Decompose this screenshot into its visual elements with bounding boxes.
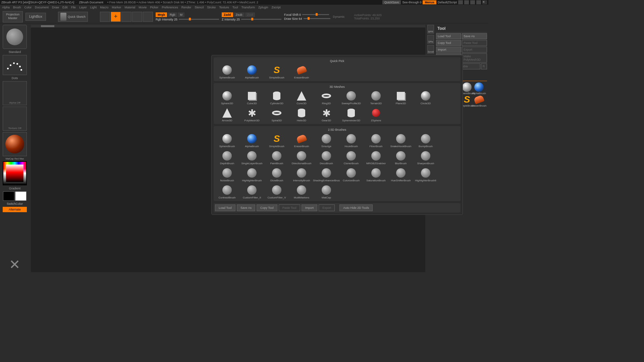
- projection-master-button[interactable]: Projection Master: [3, 11, 23, 22]
- seethrough-slider[interactable]: See-through 0: [402, 1, 421, 4]
- gradient-label[interactable]: Gradient: [9, 187, 21, 190]
- color-picker[interactable]: [3, 161, 27, 185]
- make-polymesh-button[interactable]: Make PolyMesh3D: [462, 53, 487, 63]
- tool-item-hookbrush[interactable]: HookBrush: [339, 132, 363, 148]
- tool-item-arrow3d[interactable]: Arrow3D: [215, 106, 239, 123]
- menu-document[interactable]: Document: [35, 6, 49, 9]
- texture-slot[interactable]: Texture Off: [3, 107, 27, 131]
- mrgb-tag[interactable]: Mrgb: [156, 12, 167, 17]
- close-icon[interactable]: ✕: [482, 0, 487, 4]
- tool-item-blurbrush[interactable]: BlurBrush: [389, 149, 413, 166]
- tool-item-gear3d[interactable]: ✱Gear3D: [314, 106, 338, 123]
- goz-r-button[interactable]: R: [481, 63, 487, 69]
- tool-item-helix3d[interactable]: Helix3D: [289, 106, 314, 123]
- import-button[interactable]: Import: [436, 47, 461, 53]
- tool-item-highlighterbrush[interactable]: HighlighterBrush: [240, 166, 264, 183]
- rgb-intensity-slider[interactable]: Rgb Intensity 25: [156, 18, 219, 21]
- menu-zplugin[interactable]: Zplugin: [258, 6, 268, 9]
- menu-macro[interactable]: Macro: [100, 6, 108, 9]
- popup-export[interactable]: Export: [319, 204, 335, 211]
- draw-size-slider[interactable]: Draw Size 64: [284, 17, 330, 20]
- menu-brush[interactable]: Brush: [13, 6, 21, 9]
- tool-item-fiberbrush[interactable]: FiberBrush: [364, 132, 388, 148]
- rstrip-scroll[interactable]: Scroll: [427, 45, 434, 54]
- popup-copy-tool[interactable]: Copy Tool: [257, 204, 277, 211]
- m-tag[interactable]: M: [178, 12, 184, 17]
- tool-item-spherebrush[interactable]: SphereBrush: [215, 132, 239, 148]
- tool-item-intensitybrush[interactable]: IntensityBrush: [289, 166, 314, 183]
- tool-item-spherebrush[interactable]: SphereBrush: [215, 63, 239, 80]
- scale-button[interactable]: [132, 12, 142, 22]
- layout-icon[interactable]: [470, 0, 475, 4]
- load-tool-button[interactable]: Load Tool: [436, 33, 461, 39]
- rp-tool-eraserbrush[interactable]: EraserBrush: [473, 95, 485, 107]
- tool-item-sphereinder3d[interactable]: Sphereinder3D: [339, 106, 363, 123]
- menu-layer[interactable]: Layer: [79, 6, 87, 9]
- tool-item-cone3d[interactable]: Cone3D: [289, 89, 314, 106]
- popup-paste-tool[interactable]: Paste Tool: [279, 204, 300, 211]
- zcut-tag[interactable]: Zcut: [245, 12, 255, 17]
- menu-zscript[interactable]: Zscript: [272, 6, 281, 9]
- export-button[interactable]: Export: [462, 47, 487, 53]
- menu-alpha[interactable]: Alpha: [2, 6, 10, 9]
- stroke-slot[interactable]: [3, 55, 27, 75]
- menu-movie[interactable]: Movie: [139, 6, 147, 9]
- tool-item-alphabrush[interactable]: AlphaBrush: [240, 63, 264, 80]
- tool-item-ring3d[interactable]: Ring3D: [314, 89, 338, 106]
- tool-item-circle3d[interactable]: Circle3D: [414, 89, 438, 106]
- menu-tool[interactable]: Tool: [232, 6, 238, 9]
- switchcolor-button[interactable]: SwitchColor: [7, 202, 23, 205]
- tool-item-highlighterbrushii[interactable]: HighlighterBrushII: [414, 166, 438, 183]
- lightbox-button[interactable]: LightBox: [25, 13, 46, 21]
- tool-item-sharpenbrush[interactable]: SharpenBrush: [414, 149, 438, 166]
- menu-preferences[interactable]: Preferences: [162, 6, 178, 9]
- restore-icon[interactable]: [476, 0, 481, 4]
- quicksave-button[interactable]: QuickSave: [382, 0, 401, 4]
- save-as-button[interactable]: Save As: [462, 33, 487, 39]
- tool-item-saturationbrush[interactable]: SaturationBrush: [364, 166, 388, 183]
- script-name[interactable]: DefaultZScript: [438, 1, 457, 4]
- tool-item-customfilter_v[interactable]: CustomFilter_V: [265, 183, 289, 200]
- hscroll[interactable]: [31, 25, 425, 27]
- z-intensity-slider[interactable]: Z Intensity 25: [222, 18, 281, 21]
- zsub-tag[interactable]: Zsub: [234, 12, 245, 17]
- tool-item-hueshifterbrush[interactable]: HueShifterBrush: [389, 166, 413, 183]
- rstrip-bpr[interactable]: BPR: [427, 25, 434, 34]
- tool-item-zsphere[interactable]: ZSphere: [364, 106, 388, 123]
- tool-item-customfilter_ii[interactable]: CustomFilter_II: [240, 183, 264, 200]
- tool-item-spiral3d[interactable]: Spiral3D: [265, 106, 289, 123]
- tool-item-terrain3d[interactable]: Terrain3D: [364, 89, 388, 106]
- tool-item-shadingenhancerbrus[interactable]: ShadingEnhancerBrus: [314, 166, 338, 183]
- tool-item-alphabrush[interactable]: AlphaBrush: [240, 132, 264, 148]
- menu-marker[interactable]: Marker: [112, 6, 121, 9]
- tool-item-depthbrush[interactable]: DepthBrush: [215, 149, 239, 166]
- tool-item-polymesh3d[interactable]: ✱PolyMesh3D: [240, 106, 264, 123]
- tool-item-snakehookbrush[interactable]: SnakeHookBrush: [389, 132, 413, 148]
- tool-item-multimarkers[interactable]: MultiMarkers: [289, 183, 314, 200]
- tool-item-smudge[interactable]: Smudge: [314, 132, 338, 148]
- tool-item-directionalbrush[interactable]: DirectionalBrush: [289, 149, 314, 166]
- menu-light[interactable]: Light: [90, 6, 97, 9]
- document-canvas[interactable]: Quick Pick SphereBrushAlphaBrushSSimpleB…: [31, 25, 425, 272]
- copy-tool-button[interactable]: Copy Tool: [436, 40, 461, 46]
- tool-item-clonerbrush[interactable]: ClonerBrush: [339, 149, 363, 166]
- quick-sketch-button[interactable]: Quick Sketch: [58, 12, 88, 22]
- tool-item-simplebrush[interactable]: SSimpleBrush: [265, 132, 289, 148]
- popup-save-as[interactable]: Save As: [237, 204, 255, 211]
- menu-texture[interactable]: Texture: [219, 6, 229, 9]
- tool-item-cylinder3d[interactable]: Cylinder3D: [265, 89, 289, 106]
- minimize-icon[interactable]: [458, 0, 463, 4]
- menu-transform[interactable]: Transform: [241, 6, 255, 9]
- tool-item-sweepprofile3d[interactable]: SweepProfile3D: [339, 89, 363, 106]
- color-swatches[interactable]: [3, 191, 26, 201]
- popup-import[interactable]: Import: [302, 204, 318, 211]
- tool-item-bumpbrush[interactable]: BumpBrush: [414, 132, 438, 148]
- move-button[interactable]: [121, 12, 131, 22]
- menu-file[interactable]: File: [71, 6, 76, 9]
- tool-item-paintbrush[interactable]: PaintBrush: [265, 149, 289, 166]
- rgb-tag[interactable]: Rgb: [168, 12, 177, 17]
- tool-item-colorizebrush[interactable]: ColorizeBrush: [339, 166, 363, 183]
- menu-material[interactable]: Material: [124, 6, 135, 9]
- rp-tool-alphabrush[interactable]: AlphaBrush: [473, 82, 485, 95]
- dynamic-label[interactable]: Dynamic: [333, 15, 345, 18]
